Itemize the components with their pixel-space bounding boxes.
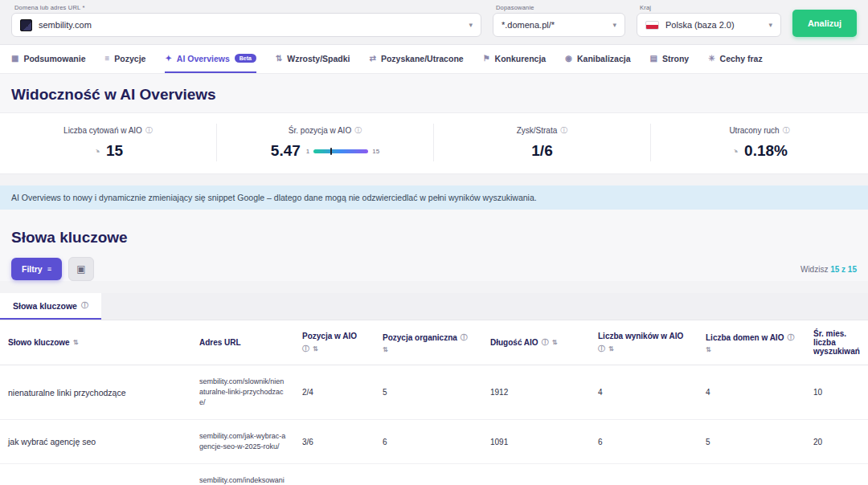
chevron-down-icon[interactable]: ▾ [768,21,772,29]
competition-icon: ⚑ [483,54,490,63]
tab-konkurencja[interactable]: ⚑ Konkurencja [483,45,547,73]
stat-value: 15 [106,142,123,160]
organic-position-cell: 6 [375,420,482,464]
sort-icon[interactable]: ⇅ [313,345,318,353]
tab-label: Cechy fraz [720,54,763,63]
tab-podsumowanie[interactable]: ▦ Podsumowanie [11,45,85,73]
col-organic-position: Pozycja organiczna ⓘ ⇅ [375,320,482,365]
tab-pozycje[interactable]: ≡ Pozycje [104,45,145,73]
gained-lost-icon: ⇄ [370,54,376,63]
match-select[interactable]: *.domena.pl/* ▾ [493,13,625,37]
positions-icon: ≡ [104,54,109,63]
table-row: pozycjonowanie instagrama sembility.com/… [0,464,868,485]
beta-badge: Beta [235,54,256,63]
ai-overviews-icon: ✦ [165,54,171,63]
stat-value: 5.47 [271,142,301,160]
poland-flag-icon [645,21,659,30]
chevron-down-icon[interactable]: ▾ [612,21,616,29]
url-link[interactable]: sembility.com/slownik/nienaturalne-linki… [191,365,294,420]
table-row: nienaturalne linki przychodzące sembilit… [0,365,868,420]
aio-results-cell: 6 [590,420,698,464]
aio-length-cell: 2425 [482,464,590,485]
visible-count: 15 z 15 [830,265,857,274]
tab-kanibalizacja[interactable]: ◉ Kanibalizacja [565,45,630,73]
scale-marker [330,148,332,155]
stats-card: Liczba cytowań w AIO ⓘ ◔ 15 Śr. pozycja … [0,112,868,174]
stat-lost-traffic: Utracony ruch ⓘ ◔ 0.18% [651,124,868,161]
aio-results-cell: 4 [590,365,698,420]
tab-pozyskane-utracone[interactable]: ⇄ Pozyskane/Utracone [370,45,464,73]
tab-ai-overviews[interactable]: ✦ AI Overviews Beta [165,45,256,73]
sort-icon[interactable]: ⇅ [383,346,388,353]
stat-label: Zysk/Strata [517,126,558,135]
country-select[interactable]: Polska (baza 2.0) ▾ [637,13,781,37]
info-icon[interactable]: ⓘ [560,125,567,136]
chevron-down-icon[interactable]: ▾ [469,21,473,29]
scale-min-label: 1 [306,148,309,155]
aio-length-cell: 1912 [482,365,590,420]
organic-position-cell: 5 [375,365,482,420]
tab-label: Wzrosty/Spadki [287,54,350,63]
stat-value: 1/6 [531,142,552,160]
col-label: Pozycja organiczna [383,333,457,342]
donut-icon: ◔ [731,145,739,158]
keywords-table: Słowo kluczowe ⇅ Adres URL Pozycja w AIO… [0,320,868,485]
kw-tab-label: Słowa kluczowe [13,301,77,311]
match-value: *.domena.pl/* [502,20,555,30]
col-aio-domains: Liczba domen w AIO ⓘ ⇅ [698,320,805,365]
tab-label: Strony [662,54,689,63]
tab-wzrosty-spadki[interactable]: ⇅ Wzrosty/Spadki [276,45,350,73]
analyze-button[interactable]: Analizuj [792,10,857,37]
info-icon[interactable]: ⓘ [783,125,790,136]
keyword-cell: jak wybrać agencję seo [0,420,191,464]
printer-icon: ▣ [76,263,85,275]
domain-field-group: Domena lub adres URL * sembility.com ▾ [11,4,481,37]
stat-label: Liczba cytowań w AIO [63,126,142,135]
stat-value: 0.18% [744,142,788,160]
info-icon[interactable]: ⓘ [81,300,88,311]
keywords-section-title: Słowa kluczowe [0,210,868,257]
filters-button-label: Filtry [22,264,43,274]
tab-label: Pozyskane/Utracone [381,54,464,63]
info-icon[interactable]: ⓘ [461,332,468,343]
col-url: Adres URL [191,320,294,365]
info-icon[interactable]: ⓘ [787,332,794,343]
pages-icon: ▤ [649,54,657,63]
country-field-group: Kraj Polska (baza 2.0) ▾ [637,4,781,37]
export-button[interactable]: ▣ [68,257,94,281]
stat-citations: Liczba cytowań w AIO ⓘ ◔ 15 [0,124,217,161]
domain-value: sembility.com [39,20,92,30]
info-icon[interactable]: ⓘ [302,344,309,354]
filters-button[interactable]: Filtry ≡ [11,258,62,280]
organic-position-cell: 8 [375,464,482,485]
sort-icon[interactable]: ⇅ [73,339,79,346]
topbar: Domena lub adres URL * sembility.com ▾ D… [0,0,868,45]
sort-icon[interactable]: ⇅ [706,346,711,353]
aio-length-cell: 1091 [482,420,590,464]
ai-overviews-info-banner: AI Overviews to nowy i dynamicznie zmien… [0,185,868,210]
tab-slowa-kluczowe[interactable]: Słowa kluczowe ⓘ [0,293,101,320]
aio-position-cell: 2/4 [294,365,375,420]
country-value: Polska (baza 2.0) [665,20,735,30]
info-icon[interactable]: ⓘ [598,344,605,354]
donut-icon: ◔ [93,145,100,158]
col-label: Adres URL [199,338,241,347]
url-link[interactable]: sembility.com/indeksowanie-postow-na-ins… [191,464,294,485]
col-aio-length: Długość AIO ⓘ ⇅ [482,320,590,365]
monthly-searches-cell: 20 [805,464,868,485]
sort-icon[interactable]: ⇅ [608,345,614,353]
col-monthly-searches: Śr. mies. liczba wyszukiwań [805,320,868,365]
aio-domains-cell: 11 [698,464,805,485]
col-aio-results: Liczba wyników w AIO ⓘ ⇅ [590,320,698,365]
info-icon[interactable]: ⓘ [145,125,153,136]
tab-strony[interactable]: ▤ Strony [649,45,689,73]
url-link[interactable]: sembility.com/jak-wybrac-agencje-seo-w-2… [191,420,294,464]
keyword-cell: nienaturalne linki przychodzące [0,365,191,420]
sort-icon[interactable]: ⇅ [552,339,558,346]
tab-cechy-fraz[interactable]: ✳ Cechy fraz [708,45,763,73]
monthly-searches-cell: 10 [805,365,868,420]
info-icon[interactable]: ⓘ [542,337,549,348]
visible-results-info: Widzisz 15 z 15 [800,265,857,274]
info-icon[interactable]: ⓘ [354,125,362,136]
domain-input[interactable]: sembility.com ▾ [11,13,481,37]
